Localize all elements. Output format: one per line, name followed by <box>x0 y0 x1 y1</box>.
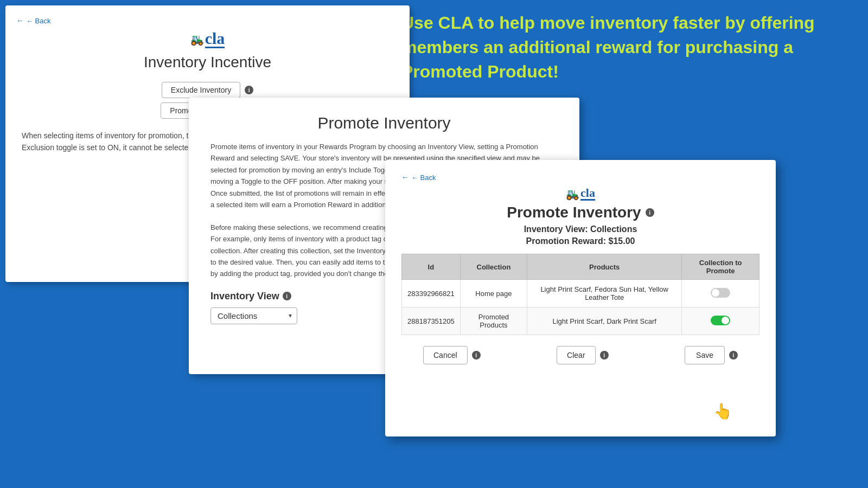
inventory-view-select-wrapper: Collections Products Tags ▾ <box>210 307 297 324</box>
cell-collection-2: Promoted Products <box>460 307 527 335</box>
panel3-truck-icon: 🚜 <box>566 188 579 201</box>
cell-id-1: 283392966821 <box>402 280 461 307</box>
cancel-group: Cancel i <box>423 346 481 364</box>
panel3-back-label: ← Back <box>411 174 436 182</box>
cell-toggle-2[interactable] <box>682 307 760 335</box>
col-header-products: Products <box>527 254 682 280</box>
cell-products-1: Light Print Scarf, Fedora Sun Hat, Yello… <box>527 280 682 307</box>
cell-toggle-1[interactable] <box>682 280 760 307</box>
save-info-icon[interactable]: i <box>729 351 738 359</box>
panel1-title: Inventory Incentive <box>16 54 399 71</box>
cell-id-2: 288187351205 <box>402 307 461 335</box>
panel3-back-link[interactable]: ← ← Back <box>401 173 760 182</box>
truck-icon: 🚜 <box>190 33 204 46</box>
cancel-button[interactable]: Cancel <box>423 346 468 364</box>
panel3-title: Promote Inventory i <box>401 204 760 221</box>
panel3-cla-letters: cla <box>580 187 595 201</box>
panel1-back-link[interactable]: ← ← Back <box>16 16 399 25</box>
table-row: 288187351205 Promoted Products Light Pri… <box>402 307 760 335</box>
panel3-promotion-reward: Promotion Reward: $15.00 <box>401 236 760 246</box>
inventory-view-select[interactable]: Collections Products Tags <box>210 307 297 324</box>
toggle-off-1[interactable] <box>711 288 730 298</box>
table-row: 283392966821 Home page Light Print Scarf… <box>402 280 760 307</box>
collections-table: Id Collection Products Collection to Pro… <box>401 254 760 335</box>
back-label: ← Back <box>26 17 51 25</box>
hero-text: Use CLA to help move inventory faster by… <box>401 11 846 84</box>
panel3-inventory-view: Inventory View: Collections <box>401 224 760 234</box>
cell-products-2: Light Print Scarf, Dark Print Scarf <box>527 307 682 335</box>
panel3-back-arrow-icon: ← <box>401 173 409 182</box>
cell-collection-1: Home page <box>460 280 527 307</box>
panel-promote-inventory-table: ← ← Back 🚜 cla Promote Inventory i Inven… <box>385 160 776 436</box>
inventory-view-info-icon[interactable]: i <box>283 292 291 300</box>
clear-info-icon[interactable]: i <box>600 351 609 359</box>
cursor-pointer-icon: 👆 <box>713 402 732 420</box>
panel3-title-info-icon[interactable]: i <box>646 208 654 217</box>
panel1-logo: 🚜 cla <box>16 30 399 48</box>
back-arrow-icon: ← <box>16 16 24 25</box>
panel3-logo: 🚜 cla <box>401 187 760 201</box>
exclude-inventory-group: Exclude Inventory i <box>162 82 253 98</box>
clear-group: Clear i <box>557 346 608 364</box>
col-header-collection-to-promote: Collection to Promote <box>682 254 760 280</box>
cancel-info-icon[interactable]: i <box>472 351 481 359</box>
panel2-title: Promote Inventory <box>210 114 558 132</box>
save-group: Save i <box>685 346 738 364</box>
toggle-on-2[interactable] <box>711 316 730 325</box>
col-header-id: Id <box>402 254 461 280</box>
save-button[interactable]: Save <box>685 346 725 364</box>
exclude-info-icon[interactable]: i <box>245 86 253 94</box>
cla-letters: cla <box>205 30 225 48</box>
exclude-inventory-button[interactable]: Exclude Inventory <box>162 82 240 98</box>
clear-button[interactable]: Clear <box>557 346 595 364</box>
col-header-collection: Collection <box>460 254 527 280</box>
action-buttons-row: Cancel i Clear i Save i <box>401 346 760 364</box>
